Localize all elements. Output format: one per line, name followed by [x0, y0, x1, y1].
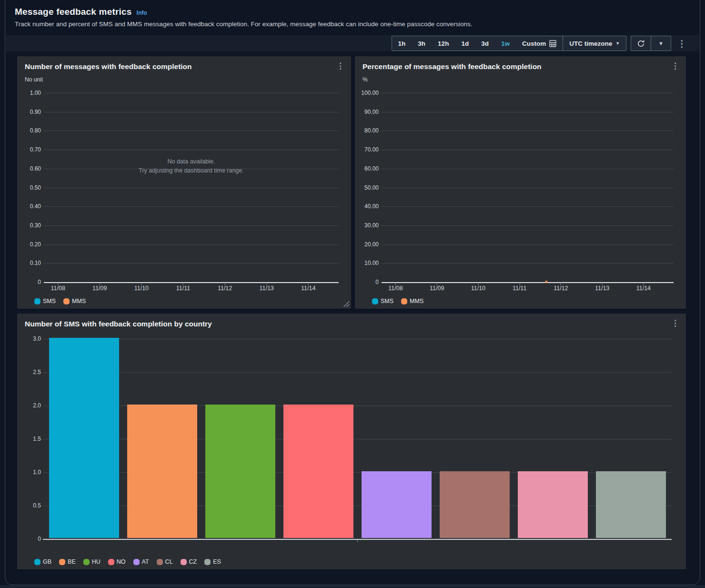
page-title: Message feedback metrics: [15, 7, 132, 17]
legend-item-sms[interactable]: SMS: [372, 298, 393, 304]
y-axis-unit: No unit: [25, 76, 43, 83]
plot-area: [382, 93, 674, 282]
gridline: [43, 339, 672, 339]
info-link[interactable]: Info: [137, 10, 147, 16]
legend-label: SMS: [381, 298, 393, 304]
resize-handle[interactable]: [343, 301, 349, 307]
gridline: [44, 169, 339, 169]
y-tick-label: 0: [375, 279, 379, 285]
gridline: [44, 225, 339, 226]
panel-menu-button[interactable]: ⋮: [668, 61, 682, 71]
legend-label: HU: [92, 558, 101, 565]
data-point-mms[interactable]: [545, 281, 547, 283]
y-axis: 1.000.900.800.700.600.500.400.300.200.10…: [20, 93, 41, 282]
legend-swatch: [108, 559, 114, 565]
y-tick-label: 0.70: [30, 146, 41, 153]
y-tick-label: 0.80: [30, 127, 41, 134]
gridline: [44, 263, 339, 264]
refresh-group: ▼: [631, 36, 671, 51]
y-tick-label: 3.0: [33, 335, 41, 342]
legend-item-cl[interactable]: CL: [157, 558, 173, 565]
gridline: [382, 169, 674, 169]
time-range-button-1d[interactable]: 1d: [455, 36, 475, 51]
legend-item-hu[interactable]: HU: [83, 558, 101, 565]
legend-swatch: [133, 559, 140, 565]
panel-menu-button[interactable]: ⋮: [668, 318, 682, 328]
y-tick-label: 60.00: [364, 165, 379, 172]
time-range-button-1h[interactable]: 1h: [392, 36, 412, 51]
bar-ES[interactable]: [596, 471, 666, 538]
time-range-button-3d[interactable]: 3d: [475, 36, 495, 51]
panel-percentage-of-messages: Percentage of messages with feedback com…: [355, 56, 686, 309]
refresh-icon: [637, 40, 645, 48]
toolbar-menu-button[interactable]: ⋮: [675, 39, 688, 48]
time-range-button-3h[interactable]: 3h: [412, 36, 432, 51]
y-tick-label: 10.00: [364, 260, 379, 266]
bar-HU[interactable]: [205, 405, 275, 538]
y-tick-label: 0.30: [30, 222, 41, 229]
legend-item-gb[interactable]: GB: [34, 558, 51, 565]
page-description: Track number and percent of SMS and MMS …: [15, 20, 686, 28]
legend-item-cz[interactable]: CZ: [181, 558, 197, 565]
legend-item-mms[interactable]: MMS: [63, 298, 86, 304]
legend-swatch: [181, 559, 187, 565]
chevron-down-icon: ▼: [615, 41, 620, 46]
timezone-select[interactable]: UTC timezone ▼: [563, 36, 626, 51]
x-axis-line: [43, 539, 672, 540]
y-tick-label: 0.40: [30, 203, 41, 210]
x-tick-label: 11/08: [388, 285, 403, 292]
legend-item-at[interactable]: AT: [133, 558, 149, 565]
y-tick-label: 0: [38, 536, 41, 542]
x-axis-line: [44, 282, 339, 283]
custom-range-button[interactable]: Custom: [516, 36, 563, 51]
time-range-button-12h[interactable]: 12h: [432, 36, 455, 51]
gridline: [44, 93, 339, 93]
gridline: [382, 93, 674, 93]
gridline: [382, 188, 674, 188]
legend-item-mms[interactable]: MMS: [401, 298, 423, 304]
chart-legend: SMSMMS: [34, 298, 86, 304]
legend-item-be[interactable]: BE: [59, 558, 76, 565]
bar-CZ[interactable]: [518, 471, 588, 538]
legend-label: CZ: [189, 558, 197, 565]
y-tick-label: 0.90: [30, 109, 41, 115]
bar-CL[interactable]: [440, 471, 510, 538]
gridline: [382, 244, 674, 245]
x-tick-label: 11/12: [554, 285, 568, 292]
bar-BE[interactable]: [127, 405, 197, 538]
x-axis: 11/0811/0911/1011/1111/1211/1311/14: [382, 285, 674, 293]
refresh-options-button[interactable]: ▼: [651, 36, 671, 51]
gridline: [44, 112, 339, 112]
plot-area: [43, 339, 672, 539]
legend-swatch: [63, 298, 70, 304]
legend-item-sms[interactable]: SMS: [34, 298, 56, 304]
x-tick-label: 11/09: [92, 285, 107, 292]
legend-swatch: [59, 559, 65, 565]
bar-AT[interactable]: [362, 471, 432, 538]
bar-GB[interactable]: [49, 338, 119, 538]
legend-swatch: [83, 559, 90, 565]
legend-swatch: [372, 298, 378, 304]
panel-number-of-messages: Number of messages with feedback complet…: [17, 56, 351, 309]
time-range-group: 1h3h12h1d3d1w Custom UTC timezone ▼: [392, 36, 627, 51]
x-tick-label: 11/13: [595, 285, 609, 292]
gridline: [43, 372, 672, 373]
calendar-icon: [549, 40, 556, 47]
dashboard-page: Message feedback metrics Info Track numb…: [0, 0, 705, 588]
time-range-button-1w[interactable]: 1w: [495, 36, 516, 51]
x-tick-label: 11/14: [636, 285, 651, 292]
y-tick-label: 20.00: [364, 241, 379, 248]
y-tick-label: 1.00: [30, 90, 41, 96]
gridline: [382, 206, 674, 207]
legend-label: ES: [213, 558, 221, 565]
legend-item-no[interactable]: NO: [108, 558, 126, 565]
legend-label: BE: [68, 558, 76, 565]
x-tick-label: 11/10: [471, 285, 485, 292]
y-tick-label: 2.0: [33, 402, 41, 409]
bar-NO[interactable]: [283, 405, 353, 538]
legend-item-es[interactable]: ES: [204, 558, 221, 565]
panel-menu-button[interactable]: ⋮: [333, 61, 347, 71]
y-tick-label: 40.00: [364, 203, 379, 210]
refresh-button[interactable]: [631, 36, 651, 51]
x-tick-label: 11/09: [430, 285, 444, 292]
